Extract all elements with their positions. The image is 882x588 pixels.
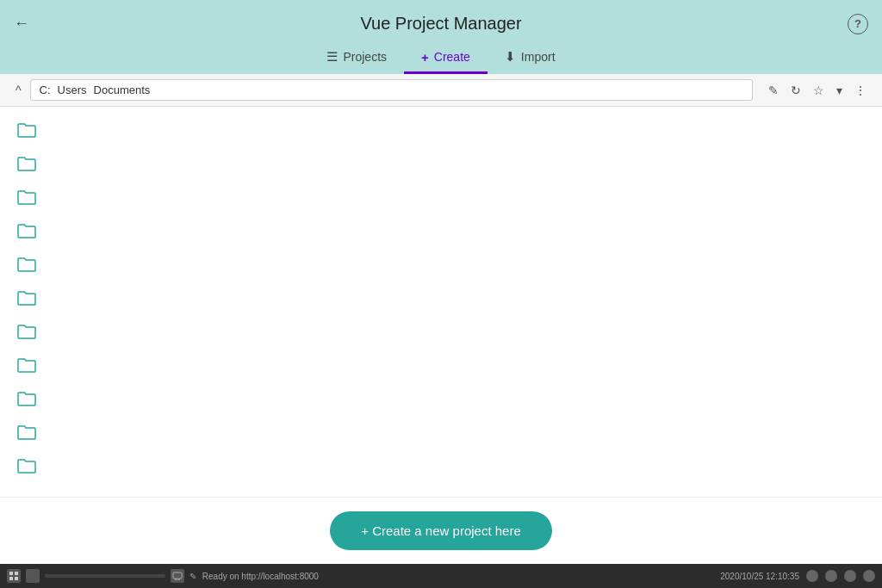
action-bar: + Create a new project here <box>0 497 882 564</box>
tab-create-label: Create <box>434 50 470 64</box>
path-documents: Documents <box>90 82 154 98</box>
taskbar-start-icon[interactable] <box>7 569 21 583</box>
list-item[interactable] <box>14 250 868 283</box>
folder-icon <box>17 458 36 478</box>
edit-path-button[interactable]: ✎ <box>763 80 784 101</box>
tab-import[interactable]: ⬇ Import <box>488 42 573 74</box>
folder-icon <box>17 223 36 243</box>
help-button[interactable]: ? <box>848 14 868 34</box>
projects-icon: ☰ <box>326 49 338 65</box>
header-top: ← Vue Project Manager ? <box>14 10 868 42</box>
taskbar-status: ✎ Ready on http://localhost:8000 <box>189 572 319 581</box>
svg-rect-3 <box>15 577 18 580</box>
taskbar-url-bar[interactable] <box>45 574 165 578</box>
file-area <box>0 107 882 497</box>
create-icon: + <box>421 50 429 65</box>
sys-tray-icon-2 <box>825 570 837 582</box>
list-item[interactable] <box>14 317 868 350</box>
folder-icon <box>17 122 36 142</box>
svg-rect-0 <box>9 572 13 575</box>
list-item[interactable] <box>14 183 868 216</box>
list-item[interactable] <box>14 350 868 384</box>
tab-import-label: Import <box>521 50 556 64</box>
up-button[interactable]: ^ <box>10 80 27 101</box>
dropdown-button[interactable]: ▾ <box>831 80 848 101</box>
main-content: + Create a new project here <box>0 107 882 564</box>
list-item[interactable] <box>14 149 868 183</box>
tab-create[interactable]: + Create <box>404 42 488 74</box>
file-list[interactable] <box>0 107 882 497</box>
import-icon: ⬇ <box>505 49 516 65</box>
sys-tray-icon-4 <box>863 570 875 582</box>
tab-projects-label: Projects <box>343 50 387 64</box>
star-button[interactable]: ☆ <box>808 80 829 101</box>
nav-tabs: ☰ Projects + Create ⬇ Import <box>309 42 572 74</box>
folder-icon <box>17 257 36 276</box>
pencil-icon: ✎ <box>189 572 196 581</box>
svg-rect-1 <box>15 572 18 575</box>
taskbar-right: 2020/10/25 12:10:35 <box>720 570 875 582</box>
toolbar-actions: ✎ ↻ ☆ ▾ ⋮ <box>763 80 872 101</box>
svg-rect-2 <box>9 577 13 580</box>
list-item[interactable] <box>14 418 868 451</box>
refresh-button[interactable]: ↻ <box>786 80 806 101</box>
tab-projects[interactable]: ☰ Projects <box>309 42 404 74</box>
path-bar: C: Users Documents <box>30 79 753 101</box>
back-button[interactable]: ← <box>14 15 29 33</box>
folder-icon <box>17 189 36 209</box>
drive-label: C: <box>36 82 54 98</box>
list-item[interactable] <box>14 451 868 485</box>
folder-icon <box>17 357 36 377</box>
taskbar-app-icon[interactable] <box>26 569 40 583</box>
taskbar-monitor-icon[interactable] <box>171 569 184 583</box>
list-item[interactable] <box>14 115 868 149</box>
sys-tray-icon-1 <box>806 570 818 582</box>
list-item[interactable] <box>14 384 868 418</box>
list-item[interactable] <box>14 283 868 317</box>
svg-rect-4 <box>173 573 182 579</box>
folder-icon <box>17 156 36 176</box>
folder-icon <box>17 424 36 444</box>
app-title: Vue Project Manager <box>360 14 521 34</box>
folder-icon <box>17 391 36 411</box>
folder-icon <box>17 290 36 310</box>
path-users: Users <box>54 82 90 98</box>
create-project-button[interactable]: + Create a new project here <box>330 511 552 550</box>
status-text: Ready on http://localhost:8000 <box>202 572 319 581</box>
list-item[interactable] <box>14 216 868 250</box>
header: ← Vue Project Manager ? ☰ Projects + Cre… <box>0 0 882 74</box>
folder-icon <box>17 324 36 344</box>
taskbar-left: ✎ Ready on http://localhost:8000 <box>7 569 715 583</box>
more-button[interactable]: ⋮ <box>849 80 872 101</box>
sys-tray-icon-3 <box>844 570 856 582</box>
toolbar: ^ C: Users Documents ✎ ↻ ☆ ▾ ⋮ <box>0 74 882 107</box>
taskbar-datetime: 2020/10/25 12:10:35 <box>720 572 799 581</box>
taskbar: ✎ Ready on http://localhost:8000 2020/10… <box>0 564 882 588</box>
